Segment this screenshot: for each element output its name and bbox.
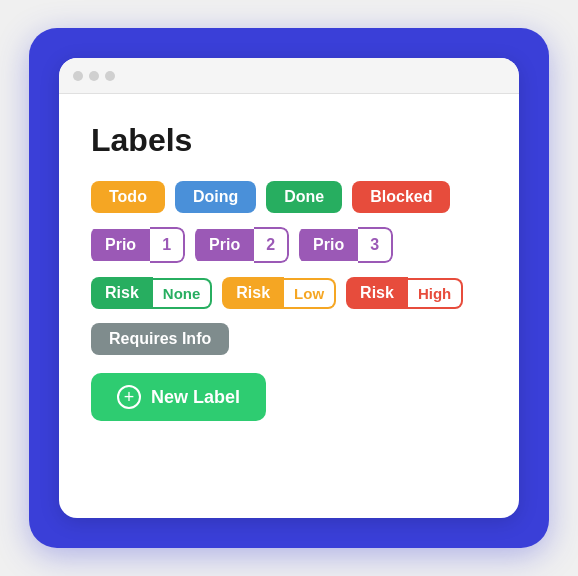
label-row-new: + New Label xyxy=(91,369,487,421)
label-prio-2[interactable]: Prio 2 xyxy=(195,227,289,263)
label-todo[interactable]: Todo xyxy=(91,181,165,213)
window-dot-2 xyxy=(89,71,99,81)
risk-none-left: Risk xyxy=(91,277,153,309)
label-row-risk: Risk None Risk Low Risk High xyxy=(91,277,487,309)
risk-low-right: Low xyxy=(284,278,336,309)
new-label-text: New Label xyxy=(151,387,240,408)
plus-circle-icon: + xyxy=(117,385,141,409)
content-area: Labels Todo Doing Done Blocked Prio 1 xyxy=(59,94,519,518)
title-bar xyxy=(59,58,519,94)
window-dot-3 xyxy=(105,71,115,81)
labels-grid: Todo Doing Done Blocked Prio 1 Prio 2 xyxy=(91,181,487,421)
label-row-status: Todo Doing Done Blocked xyxy=(91,181,487,213)
prio-2-left: Prio xyxy=(195,229,254,261)
prio-3-left: Prio xyxy=(299,229,358,261)
prio-2-right: 2 xyxy=(254,227,289,263)
label-prio-3[interactable]: Prio 3 xyxy=(299,227,393,263)
label-row-priority: Prio 1 Prio 2 Prio 3 xyxy=(91,227,487,263)
label-blocked[interactable]: Blocked xyxy=(352,181,450,213)
prio-3-right: 3 xyxy=(358,227,393,263)
label-risk-high[interactable]: Risk High xyxy=(346,277,463,309)
new-label-button[interactable]: + New Label xyxy=(91,373,266,421)
label-prio-1[interactable]: Prio 1 xyxy=(91,227,185,263)
plus-icon: + xyxy=(124,388,135,406)
risk-high-left: Risk xyxy=(346,277,408,309)
label-requires-info[interactable]: Requires Info xyxy=(91,323,229,355)
label-row-info: Requires Info xyxy=(91,323,487,355)
prio-1-left: Prio xyxy=(91,229,150,261)
page-title: Labels xyxy=(91,122,487,159)
risk-none-right: None xyxy=(153,278,213,309)
label-risk-low[interactable]: Risk Low xyxy=(222,277,336,309)
risk-low-left: Risk xyxy=(222,277,284,309)
prio-1-right: 1 xyxy=(150,227,185,263)
window: Labels Todo Doing Done Blocked Prio 1 xyxy=(59,58,519,518)
label-risk-none[interactable]: Risk None xyxy=(91,277,212,309)
window-dot-1 xyxy=(73,71,83,81)
risk-high-right: High xyxy=(408,278,463,309)
label-doing[interactable]: Doing xyxy=(175,181,256,213)
outer-frame: Labels Todo Doing Done Blocked Prio 1 xyxy=(29,28,549,548)
label-done[interactable]: Done xyxy=(266,181,342,213)
